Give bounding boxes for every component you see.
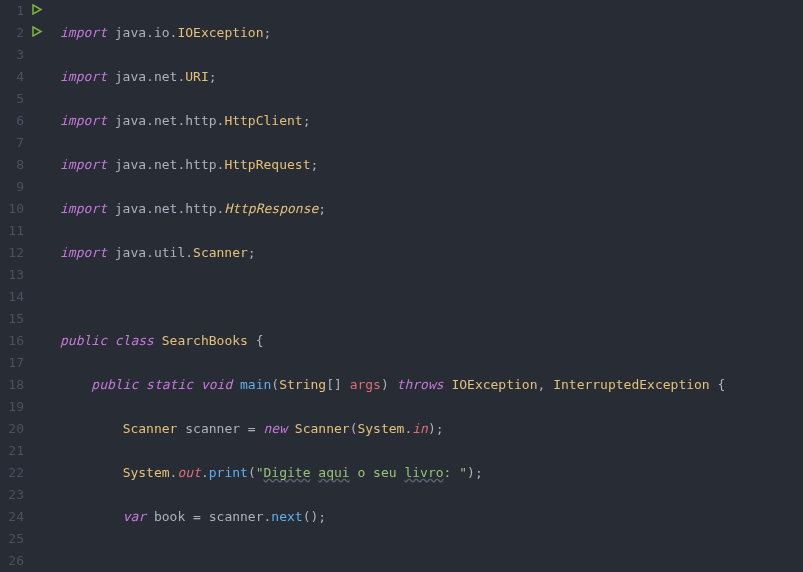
line-number: 16 (4, 330, 24, 352)
line-number: 10 (4, 198, 24, 220)
code-line: System.out.print("Digite aqui o seu livr… (60, 462, 803, 484)
line-number: 4 (4, 66, 24, 88)
line-number: 13 (4, 264, 24, 286)
line-number: 19 (4, 396, 24, 418)
line-number: 26 (4, 550, 24, 572)
line-number: 21 (4, 440, 24, 462)
code-line: Scanner scanner = new Scanner(System.in)… (60, 418, 803, 440)
line-number: 15 (4, 308, 24, 330)
line-number: 22 (4, 462, 24, 484)
line-number: 23 (4, 484, 24, 506)
line-number: 12 (4, 242, 24, 264)
code-line: var book = scanner.next(); (60, 506, 803, 528)
code-line: import java.util.Scanner; (60, 242, 803, 264)
line-number: 1 (4, 0, 24, 22)
line-number: 6 (4, 110, 24, 132)
code-editor: 1 2 3 4 5 6 7 8 9 10 11 12 13 14 15 16 1… (0, 0, 803, 572)
line-number: 3 (4, 44, 24, 66)
code-line: import java.net.http.HttpClient; (60, 110, 803, 132)
code-area[interactable]: import java.io.IOException; import java.… (52, 0, 803, 572)
run-icon[interactable] (32, 26, 43, 37)
run-icon[interactable] (32, 4, 43, 15)
code-line: import java.io.IOException; (60, 22, 803, 44)
line-number: 2 (4, 22, 24, 44)
line-number: 8 (4, 154, 24, 176)
code-line (60, 550, 803, 572)
line-number: 14 (4, 286, 24, 308)
code-line (60, 286, 803, 308)
line-number: 11 (4, 220, 24, 242)
line-number: 25 (4, 528, 24, 550)
code-line: import java.net.http.HttpResponse; (60, 198, 803, 220)
line-number: 9 (4, 176, 24, 198)
code-line: import java.net.http.HttpRequest; (60, 154, 803, 176)
line-number: 20 (4, 418, 24, 440)
code-line: import java.net.URI; (60, 66, 803, 88)
line-number: 17 (4, 352, 24, 374)
line-number: 7 (4, 132, 24, 154)
line-number: 5 (4, 88, 24, 110)
code-line: public class SearchBooks { (60, 330, 803, 352)
run-gutter (32, 0, 52, 572)
line-number-gutter: 1 2 3 4 5 6 7 8 9 10 11 12 13 14 15 16 1… (0, 0, 32, 572)
line-number: 18 (4, 374, 24, 396)
line-number: 24 (4, 506, 24, 528)
code-line: public static void main(String[] args) t… (60, 374, 803, 396)
